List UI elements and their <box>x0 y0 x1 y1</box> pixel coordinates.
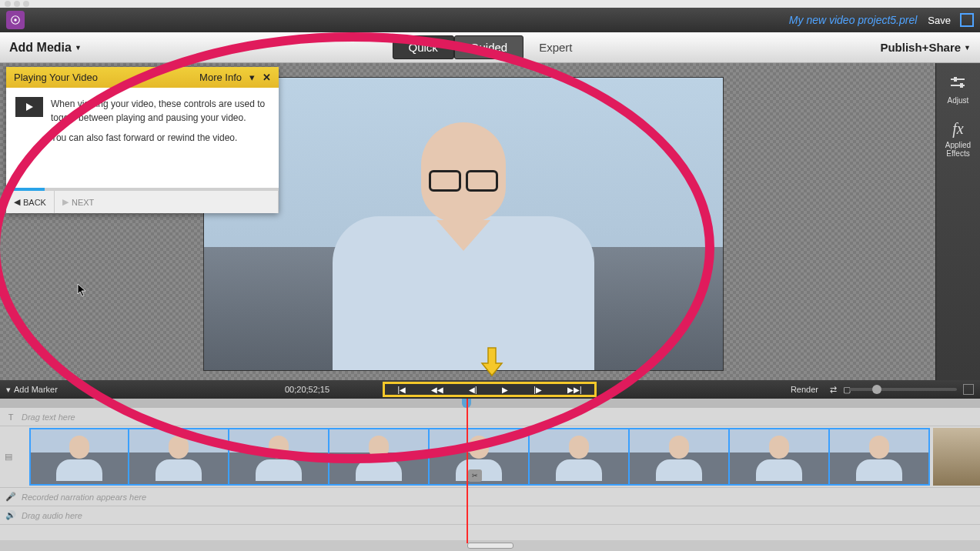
publish-label: Publish+Share <box>880 41 961 54</box>
audio-track-placeholder: Drag audio here <box>22 511 82 520</box>
adjust-button[interactable]: Adjust <box>948 75 969 105</box>
mouse-cursor-icon <box>77 283 88 299</box>
bookmark-icon[interactable]: ▾ <box>249 72 255 83</box>
mode-bar: Add Media ▼ Quick Guided Expert Publish+… <box>0 32 980 63</box>
video-preview[interactable] <box>203 77 724 371</box>
project-filename: My new video project5.prel <box>789 14 918 26</box>
workspace: Adjust fx Applied Effects Playing Your V… <box>0 63 980 380</box>
step-forward-button[interactable]: |▶ <box>527 386 548 394</box>
scissors-icon[interactable]: ✂ <box>468 469 482 482</box>
app-topbar: My new video project5.prel Save <box>0 8 980 32</box>
control-bar: ▾ Add Marker 00;20;52;15 |◀ ◀◀ ◀| ▶ |▶ ▶… <box>0 380 980 399</box>
audio-track[interactable]: 🔊 Drag audio here <box>0 506 980 525</box>
help-body-text: When viewing your video, these controls … <box>51 97 269 179</box>
timecode-display[interactable]: 00;20;52;15 <box>285 385 329 394</box>
video-clip[interactable] <box>129 428 229 486</box>
help-back-button[interactable]: ◀ BACK <box>6 191 55 213</box>
video-clip[interactable] <box>730 428 830 486</box>
video-clip-row <box>29 428 980 486</box>
loop-icon[interactable]: ⇄ <box>830 385 837 395</box>
add-media-label: Add Media <box>9 41 72 55</box>
guided-help-popup: Playing Your Video More Info ▾ ✕ When vi… <box>6 67 279 213</box>
svg-rect-5 <box>960 83 963 88</box>
adjust-label: Adjust <box>948 96 969 105</box>
add-media-button[interactable]: Add Media ▼ <box>0 41 91 55</box>
svg-rect-4 <box>954 77 957 82</box>
help-nav: ◀ BACK ▶ NEXT <box>6 191 279 213</box>
fx-icon: fx <box>952 120 963 138</box>
save-button[interactable]: Save <box>928 15 951 26</box>
help-next-button[interactable]: ▶ NEXT <box>55 191 279 213</box>
mic-icon: 🎤 <box>5 492 17 502</box>
narration-track-placeholder: Recorded narration appears here <box>22 493 146 502</box>
text-track-placeholder: Drag text here <box>22 412 75 422</box>
video-track[interactable]: ▤ <box>0 426 980 488</box>
fit-timeline-button[interactable] <box>963 384 974 395</box>
playback-controls: |◀ ◀◀ ◀| ▶ |▶ ▶▶| <box>383 382 597 397</box>
caret-down-icon: ▼ <box>964 44 971 52</box>
mode-guided-tab[interactable]: Guided <box>454 35 523 59</box>
triangle-left-icon: ◀ <box>14 197 20 207</box>
mode-quick-tab[interactable]: Quick <box>392 35 453 59</box>
help-more-info-link[interactable]: More Info <box>199 72 242 83</box>
mac-max-dot[interactable] <box>23 1 29 7</box>
play-icon <box>15 97 43 117</box>
play-button[interactable]: ▶ <box>496 386 514 394</box>
timeline-ruler[interactable] <box>0 399 980 408</box>
svg-point-1 <box>14 18 17 22</box>
marker-icon: ▾ <box>6 385 11 395</box>
video-clip[interactable] <box>29 428 129 486</box>
triangle-right-icon: ▶ <box>62 197 69 207</box>
fast-forward-button[interactable]: ▶▶| <box>561 386 588 394</box>
scrollbar-thumb[interactable] <box>467 543 513 549</box>
sliders-icon <box>949 75 966 93</box>
video-clip[interactable] <box>229 428 329 486</box>
applied-effects-label: Applied Effects <box>945 141 971 158</box>
mac-min-dot[interactable] <box>14 1 20 7</box>
publish-share-button[interactable]: Publish+Share ▼ <box>880 41 971 54</box>
help-title: Playing Your Video <box>14 72 98 83</box>
right-panel: Adjust fx Applied Effects <box>935 63 980 380</box>
speaker-icon: 🔊 <box>5 510 17 520</box>
rewind-button[interactable]: ◀◀ <box>425 386 450 394</box>
caret-down-icon: ▼ <box>75 44 82 52</box>
add-marker-button[interactable]: ▾ Add Marker <box>6 385 58 395</box>
zoom-slider[interactable] <box>849 388 957 391</box>
video-clip[interactable] <box>630 428 730 486</box>
mode-expert-tab[interactable]: Expert <box>523 36 587 58</box>
fullscreen-icon[interactable] <box>960 13 974 27</box>
help-header: Playing Your Video More Info ▾ ✕ <box>6 67 279 88</box>
video-track-icon: ▤ <box>5 452 12 462</box>
text-track-icon: T <box>5 412 17 422</box>
svg-marker-6 <box>26 103 33 111</box>
render-button[interactable]: Render <box>791 385 818 394</box>
close-icon[interactable]: ✕ <box>263 72 271 83</box>
video-clip[interactable] <box>933 428 980 486</box>
video-clip[interactable] <box>329 428 430 486</box>
step-back-button[interactable]: ◀| <box>463 386 483 394</box>
video-clip[interactable] <box>530 428 630 486</box>
timeline-scrollbar[interactable] <box>0 540 980 551</box>
mac-titlebar <box>0 0 980 8</box>
app-logo-icon <box>6 11 25 29</box>
mac-close-dot[interactable] <box>5 1 11 7</box>
video-clip[interactable] <box>830 428 930 486</box>
text-track[interactable]: T Drag text here <box>0 408 980 426</box>
zoom-knob[interactable] <box>872 385 881 394</box>
goto-start-button[interactable]: |◀ <box>391 386 412 394</box>
applied-effects-button[interactable]: fx Applied Effects <box>945 120 971 158</box>
timeline: ✂ T Drag text here ▤ 🎤 Recorded narratio… <box>0 399 980 551</box>
narration-track[interactable]: 🎤 Recorded narration appears here <box>0 488 980 506</box>
